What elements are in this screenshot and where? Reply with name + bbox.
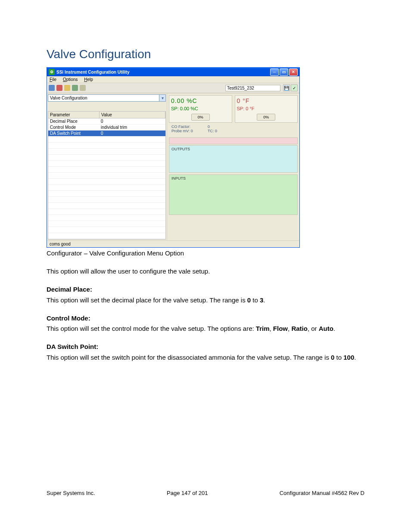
status-text: coms good <box>50 242 71 246</box>
inputs-panel: INPUTS <box>169 174 298 215</box>
section-body: This option will set the switch point fo… <box>47 353 364 362</box>
toolbar: Test9215_232 💾 ✓ <box>47 83 299 93</box>
connection-label: Test9215_232 <box>225 85 280 91</box>
info-block: CO Factor:0 Probe mV: 0TC: 0 <box>171 124 298 133</box>
menu-help[interactable]: Help <box>84 77 93 82</box>
menubar: File Options Help <box>47 76 299 83</box>
minimize-button[interactable]: ─ <box>270 68 279 76</box>
outputs-label: OUTPUTS <box>171 147 190 151</box>
chevron-down-icon[interactable]: ▾ <box>159 95 165 101</box>
section-heading: Control Mode: <box>47 314 90 322</box>
section-heading: Decimal Place: <box>47 286 92 293</box>
intro-text: This option will allow the user to confi… <box>47 267 364 276</box>
alarm-bar <box>169 137 298 144</box>
app-window: ⚙ SSi Instrument Configuration Utility ─… <box>47 67 300 248</box>
section-heading: DA Switch Point: <box>47 343 98 350</box>
display-f: 0 °F SP: 0 °F 0% <box>235 95 298 123</box>
toolbar-icon-1[interactable] <box>49 85 55 91</box>
table-row[interactable]: Decimal Place 0 <box>48 118 165 124</box>
close-button[interactable]: ✕ <box>289 68 298 76</box>
display-c: 0.00 %C SP: 0.00 %C 0% <box>169 95 232 123</box>
right-pane: 0.00 %C SP: 0.00 %C 0% 0 °F SP: 0 °F 0% … <box>167 93 299 240</box>
table-row[interactable]: Control Mode individual trim <box>48 124 165 131</box>
titlebar: ⚙ SSi Instrument Configuration Utility ─… <box>47 68 299 76</box>
parameter-table: Parameter Value Decimal Place 0 Control … <box>48 111 166 240</box>
config-select[interactable]: Valve Configuration ▾ <box>48 94 166 102</box>
toolbar-icon-2[interactable] <box>56 85 62 91</box>
value-c: 0.00 %C <box>171 97 230 104</box>
page-title: Valve Configuration <box>47 47 364 61</box>
left-pane: Valve Configuration ▾ Parameter Value De… <box>47 93 167 240</box>
toolbar-refresh-icon[interactable]: ✓ <box>291 84 298 91</box>
app-icon: ⚙ <box>49 69 55 75</box>
footer-left: Super Systems Inc. <box>47 490 95 496</box>
setpoint-f: SP: 0 °F <box>237 106 296 111</box>
menu-file[interactable]: File <box>50 77 56 82</box>
table-row-selected[interactable]: DA Switch Point 0 <box>48 131 165 137</box>
toolbar-icon-4[interactable] <box>72 85 78 91</box>
menu-options[interactable]: Options <box>63 77 78 82</box>
maximize-button[interactable]: ▭ <box>280 68 288 76</box>
col-parameter: Parameter <box>48 112 100 118</box>
figure-caption: Configurator – Valve Configuration Menu … <box>47 249 364 257</box>
toolbar-icon-5[interactable] <box>80 85 86 91</box>
page-footer: Super Systems Inc. Page 147 of 201 Confi… <box>47 490 364 496</box>
section-body: This option will set the control mode fo… <box>47 324 364 333</box>
body-text: This option will allow the user to confi… <box>47 267 364 362</box>
btn-c-pct[interactable]: 0% <box>191 114 210 121</box>
footer-center: Page 147 of 201 <box>167 490 208 496</box>
toolbar-save-icon[interactable]: 💾 <box>283 84 290 91</box>
footer-right: Configurator Manual #4562 Rev D <box>280 490 364 496</box>
col-value: Value <box>100 112 165 118</box>
setpoint-c: SP: 0.00 %C <box>171 106 230 111</box>
outputs-panel: OUTPUTS <box>169 145 298 173</box>
config-select-value: Valve Configuration <box>48 95 159 101</box>
inputs-label: INPUTS <box>171 176 186 180</box>
btn-f-pct[interactable]: 0% <box>257 114 275 121</box>
window-title: SSi Instrument Configuration Utility <box>56 70 129 75</box>
value-f: 0 °F <box>237 97 296 104</box>
section-body: This option will set the decimal place f… <box>47 296 364 305</box>
toolbar-icon-3[interactable] <box>64 85 70 91</box>
